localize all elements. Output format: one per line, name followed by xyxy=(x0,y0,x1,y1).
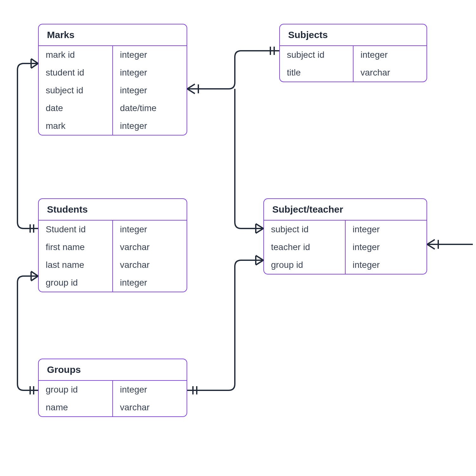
svg-line-1 xyxy=(31,63,38,68)
svg-line-20 xyxy=(256,255,263,260)
field-type: integer xyxy=(113,381,187,399)
field-name: last name xyxy=(39,256,112,274)
svg-line-0 xyxy=(31,59,38,63)
field-name: group id xyxy=(39,381,112,399)
field-name: Student id xyxy=(39,221,112,238)
entity-subjects: Subjects subject id title integer varcha… xyxy=(279,24,427,82)
field-name: title xyxy=(280,64,353,82)
entity-title: Subject/teacher xyxy=(264,199,426,221)
field-name: name xyxy=(39,399,112,416)
field-name: student id xyxy=(39,64,112,82)
svg-line-23 xyxy=(427,240,435,244)
field-type: varchar xyxy=(354,64,426,82)
svg-line-15 xyxy=(256,224,263,228)
field-type: integer xyxy=(113,274,187,292)
entity-title: Subjects xyxy=(280,24,426,46)
field-name: subject id xyxy=(39,82,112,99)
entity-marks: Marks mark id student id subject id date… xyxy=(38,24,187,136)
entity-title: Students xyxy=(39,199,187,221)
field-name: date xyxy=(39,99,112,117)
svg-line-24 xyxy=(427,244,435,249)
svg-line-16 xyxy=(256,228,263,233)
entity-title: Groups xyxy=(39,359,187,381)
field-name: teacher id xyxy=(264,238,345,256)
field-name: subject id xyxy=(264,221,345,238)
field-type: integer xyxy=(113,46,187,64)
field-type: varchar xyxy=(113,238,187,256)
field-type: integer xyxy=(113,82,187,99)
field-type: integer xyxy=(346,238,426,256)
field-name: mark xyxy=(39,117,112,135)
svg-line-6 xyxy=(31,276,38,281)
field-type: integer xyxy=(113,117,187,135)
field-type: integer xyxy=(346,256,426,274)
entity-students: Students Student id first name last name… xyxy=(38,198,187,292)
field-name: group id xyxy=(39,274,112,292)
field-type: varchar xyxy=(113,399,187,416)
field-type: varchar xyxy=(113,256,187,274)
field-name: first name xyxy=(39,238,112,256)
field-type: integer xyxy=(354,46,426,64)
entity-subject-teacher: Subject/teacher subject id teacher id gr… xyxy=(263,198,427,274)
field-type: integer xyxy=(113,221,187,238)
field-name: mark id xyxy=(39,46,112,64)
entity-groups: Groups group id name integer varchar xyxy=(38,359,187,417)
field-type: integer xyxy=(113,64,187,82)
svg-line-5 xyxy=(31,271,38,276)
field-name: subject id xyxy=(280,46,353,64)
field-name: group id xyxy=(264,256,345,274)
field-type: date/time xyxy=(113,99,187,117)
svg-line-10 xyxy=(187,84,195,89)
svg-line-21 xyxy=(256,260,263,265)
entity-title: Marks xyxy=(39,24,187,46)
svg-line-11 xyxy=(187,89,195,94)
field-type: integer xyxy=(346,221,426,238)
